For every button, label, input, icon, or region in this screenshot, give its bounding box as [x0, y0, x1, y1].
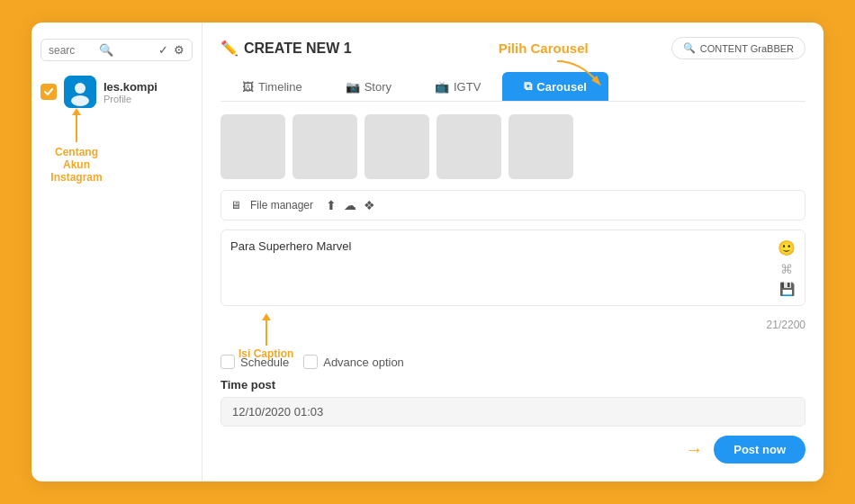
tab-igtv[interactable]: 📺 IGTV	[413, 73, 502, 101]
advance-label: Advance option	[323, 356, 404, 369]
svg-point-1	[75, 83, 86, 94]
dropbox-icon[interactable]: ❖	[364, 198, 375, 212]
account-info: Ies.kompi Profile	[104, 80, 158, 104]
time-post-label: Time post	[220, 378, 806, 392]
search-bar[interactable]: 🔍 ✓ ⚙	[40, 39, 193, 61]
image-slot-4[interactable]	[436, 114, 501, 179]
options-row: Schedule Advance option	[220, 355, 806, 369]
svg-point-2	[71, 95, 89, 106]
search-icon[interactable]: 🔍	[99, 43, 113, 57]
save-template-icon[interactable]: 💾	[779, 282, 795, 296]
tv-icon: 📺	[435, 80, 449, 94]
isi-caption-label: Isi Caption	[238, 347, 293, 360]
isi-caption-annotation: Isi Caption	[238, 313, 293, 360]
image-slot-1[interactable]	[220, 114, 285, 179]
keyboard-shortcut-icon[interactable]: ⌘	[780, 262, 793, 276]
file-manager-bar: 🖥 File manager ⬆ ☁ ❖	[220, 190, 806, 220]
emoji-icon[interactable]: 🙂	[778, 239, 796, 256]
check-icon[interactable]: ✓	[158, 43, 168, 57]
image-slot-5[interactable]	[508, 114, 573, 179]
schedule-checkbox[interactable]	[220, 355, 235, 369]
pilih-carousel-label: Pilih Carousel	[499, 40, 589, 56]
pilih-arrow-icon	[553, 57, 607, 88]
header-right: Pilih Carousel 🔍	[499, 37, 806, 59]
image-slot-2[interactable]	[292, 114, 357, 179]
advance-option[interactable]: Advance option	[303, 355, 404, 369]
main-header: ✏️ CREATE NEW 1 Pilih Carousel	[220, 37, 806, 59]
settings-icon[interactable]: ⚙	[174, 43, 184, 57]
sidebar: 🔍 ✓ ⚙	[32, 22, 202, 482]
search-small-icon: 🔍	[683, 42, 696, 54]
upload-icon[interactable]: ⬆	[326, 198, 337, 212]
caption-wrapper: Para Superhero Marvel 🙂 ⌘ 💾 Isi Caption	[220, 230, 806, 315]
cloud-icon[interactable]: ☁	[344, 198, 356, 212]
layers-icon: ⧉	[524, 79, 532, 94]
post-arrow-icon: →	[685, 439, 703, 460]
post-now-button[interactable]: Post now	[714, 436, 806, 464]
pilih-carousel-section: Pilih Carousel	[499, 40, 589, 57]
advance-checkbox[interactable]	[303, 355, 318, 369]
account-name: Ies.kompi	[104, 80, 158, 94]
annotation-centang: Centang Akun Instagram	[40, 108, 112, 184]
search-input[interactable]	[49, 44, 94, 57]
account-role: Profile	[104, 94, 158, 104]
story-icon: 📷	[346, 80, 360, 94]
char-count: 21/2200	[220, 319, 806, 331]
file-manager-icon: 🖥	[230, 199, 241, 212]
caption-toolbar: 🙂 ⌘ 💾	[778, 239, 796, 296]
account-avatar	[64, 76, 96, 108]
page-title: ✏️ CREATE NEW 1	[220, 40, 352, 57]
image-placeholders	[220, 114, 806, 179]
main-content: ✏️ CREATE NEW 1 Pilih Carousel	[202, 22, 824, 482]
content-grabber-button[interactable]: 🔍 CONTENT GraBBER	[671, 37, 806, 59]
caption-area: Para Superhero Marvel 🙂 ⌘ 💾	[220, 230, 806, 306]
tab-story[interactable]: 📷 Story	[324, 73, 413, 101]
file-manager-label[interactable]: File manager	[250, 199, 313, 212]
image-slot-3[interactable]	[364, 114, 429, 179]
time-post-input[interactable]	[220, 397, 806, 427]
edit-icon: ✏️	[220, 40, 238, 57]
timeline-icon: 🖼	[242, 80, 254, 94]
main-footer: → Post now	[220, 436, 806, 464]
time-post-section: Time post	[220, 378, 806, 427]
caption-textarea[interactable]: Para Superhero Marvel	[230, 239, 770, 296]
tab-timeline[interactable]: 🖼 Timeline	[220, 73, 324, 101]
tabs-bar: 🖼 Timeline 📷 Story 📺 IGTV ⧉ Carousel	[220, 72, 806, 102]
account-checkbox[interactable]	[40, 84, 57, 100]
